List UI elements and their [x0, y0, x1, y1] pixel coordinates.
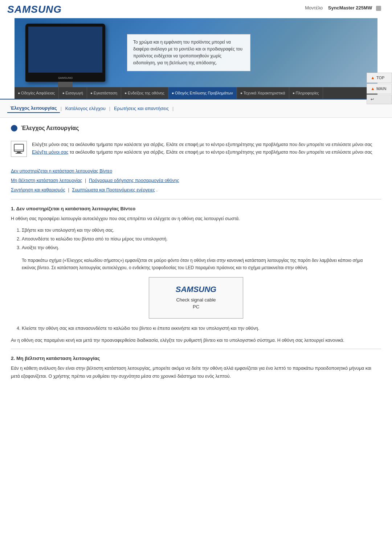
step-2: Αποσυνδέστε το καλώδιο του βίντεο από το…	[22, 235, 381, 244]
divider-2	[11, 349, 381, 349]
step-1: Σβήστε και τον υπολογιστή και την οθόνη …	[22, 226, 381, 235]
intro-icon	[11, 141, 27, 157]
section-link-2[interactable]: Πρόγραμμα οδήγησης προσαρμογέα οθόνης	[89, 178, 179, 183]
back-button[interactable]: ↩	[367, 94, 392, 104]
nav-item-intro[interactable]: Εισαγωγή	[59, 87, 87, 99]
breadcrumb-tab-2[interactable]: Ερωτήσεις και απαντήσεις	[111, 104, 172, 113]
section1-after-note: Αν η οθόνη σας παραμένει κενή και μετά τ…	[11, 337, 381, 344]
breadcrumb-tab-1[interactable]: Κατάλογος ελέγχου	[62, 104, 109, 113]
arrow-up-icon: ▲	[371, 75, 375, 80]
page-title-icon	[11, 125, 17, 131]
sep-3: |	[68, 187, 69, 193]
nav-item-info[interactable]: Πληροφορίες	[289, 87, 323, 99]
breadcrumb-tab-0[interactable]: Έλεγχος λειτουργίας	[7, 104, 60, 113]
section1-note: Το παρακάτω σχήμα («Έλεγχος καλωδίου σήμ…	[22, 257, 370, 272]
arrow-main-icon: ▲	[371, 86, 375, 91]
section2-body: Εάν η κάθετη ανάλυση δεν είναι στην βέλτ…	[11, 365, 381, 380]
back-icon: ↩	[371, 97, 374, 102]
breadcrumb-sep-2: |	[172, 106, 173, 111]
section-link-0[interactable]: Δεν υποστηρίζεται η κατάσταση λειτουργία…	[11, 169, 112, 174]
svg-rect-2	[16, 153, 22, 154]
breadcrumb-sep-0: |	[61, 106, 62, 111]
step-3: Ανοίξτε την οθόνη.	[22, 244, 381, 252]
main-button[interactable]: ▲ MAIN	[367, 84, 392, 94]
signal-line1: Check signal cable	[156, 297, 236, 303]
section-link-1[interactable]: Μη βέλτιστη κατάσταση λειτουργίας	[11, 178, 82, 183]
section1-body: Η οθόνη σας προσφέρει λειτουργία αυτοελέ…	[11, 215, 381, 223]
section-link-3[interactable]: Συντήρηση και καθαρισμός	[11, 187, 65, 193]
step-4: Κλείστε την οθόνη σας και επανασυνδέστε …	[22, 324, 381, 333]
section2-heading: 2. Μη βέλτιστη κατάσταση λειτουργίας	[11, 356, 381, 361]
model-value: SyncMaster 225MW	[328, 5, 372, 11]
divider-1	[11, 199, 381, 199]
samsung-logo: SAMSUNG	[7, 4, 62, 15]
section1-heading: 1. Δεν υποστηρίζεται η κατάσταση λειτουρ…	[11, 206, 381, 211]
section1-steps: Σβήστε και τον υπολογιστή και την οθόνη …	[22, 226, 381, 252]
nav-item-display[interactable]: Ενδείξεις της οθόνης	[121, 87, 168, 99]
sep-1: |	[85, 178, 86, 183]
page-title-section: Έλεγχος Λειτουργίας	[11, 125, 381, 131]
nav-item-safety[interactable]: Οδηγίες Ασφάλειας	[15, 87, 59, 99]
signal-check-box: SAMSUNG Check signal cable PC	[149, 277, 243, 319]
section1-step4-list: Κλείστε την οθόνη σας και επανασυνδέστε …	[22, 324, 381, 333]
top-button[interactable]: ▲ TOP	[367, 73, 392, 83]
signal-line2: PC	[156, 304, 236, 309]
nav-bar: Οδηγίες Ασφάλειας Εισαγωγή Εγκατάσταση Ε…	[15, 87, 377, 99]
signal-logo: SAMSUNG	[156, 285, 236, 294]
side-buttons: ▲ TOP ▲ MAIN ↩	[367, 73, 392, 104]
intro-text: Ελέγξτε μόνοι σας τα ακόλουθα τμήματα πρ…	[32, 141, 381, 157]
banner: SAMSUNG Το χρώμα και η εμφάνιση του προϊ…	[15, 18, 377, 87]
section-links: Δεν υποστηρίζεται η κατάσταση λειτουργία…	[11, 166, 381, 195]
page-header: SAMSUNG Μοντέλο SyncMaster 225MW SAMSUNG…	[0, 0, 392, 100]
nav-item-install[interactable]: Εγκατάσταση	[87, 87, 121, 99]
svg-rect-0	[14, 144, 24, 151]
main-content: Έλεγχος Λειτουργίας Ελέγξτε μόνοι σας τα…	[0, 118, 392, 391]
banner-text: Το χρώμα και η εμφάνιση του προϊόντος μπ…	[127, 34, 250, 72]
model-label: Μοντέλο	[305, 5, 323, 11]
intro-link[interactable]: Ελέγξτε μόνοι σας	[32, 150, 69, 155]
monitor-image: SAMSUNG	[25, 24, 105, 82]
svg-rect-1	[17, 151, 21, 153]
breadcrumb-tabs: Έλεγχος λειτουργίας | Κατάλογος ελέγχου …	[0, 100, 392, 118]
nav-item-troubleshoot[interactable]: Οδηγός Επίλυσης Προβλημάτων	[168, 87, 237, 99]
nav-item-specs[interactable]: Τεχνικά Χαρακτηριστικά	[237, 87, 289, 99]
page-title: Έλεγχος Λειτουργίας	[21, 125, 79, 131]
breadcrumb-sep-1: |	[109, 106, 110, 111]
section-link-4[interactable]: Συμπτώματα και Προτεινόμενες ενέργειες	[72, 187, 155, 193]
intro-box: Ελέγξτε μόνοι σας τα ακόλουθα τμήματα πρ…	[11, 137, 381, 161]
model-info: Μοντέλο SyncMaster 225MW	[305, 5, 381, 11]
